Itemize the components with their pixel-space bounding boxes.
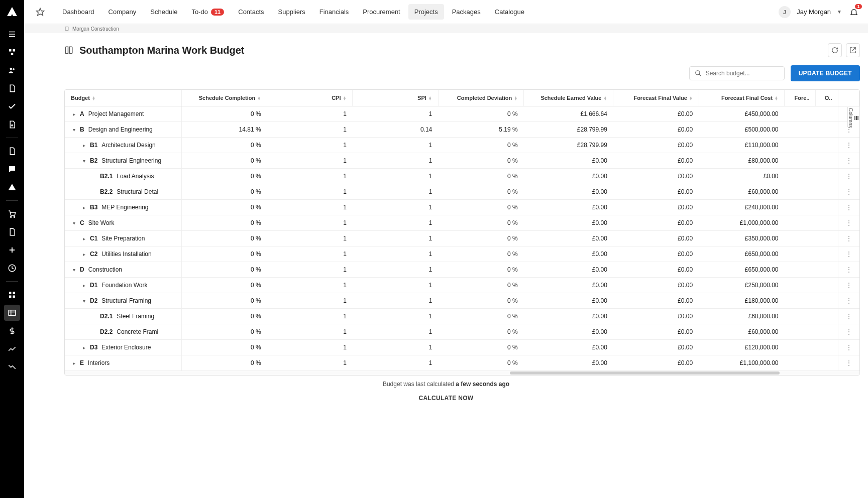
svg-rect-28 <box>856 116 857 120</box>
col-cpi[interactable]: CPI <box>332 95 341 101</box>
sort-icon[interactable]: ▲▼ <box>343 96 347 100</box>
user-avatar[interactable]: J <box>779 6 791 18</box>
columns-panel-toggle[interactable]: Columns <box>847 107 859 127</box>
row-menu[interactable]: ⋮ <box>838 200 859 215</box>
row-menu[interactable]: ⋮ <box>838 184 859 200</box>
sort-icon[interactable]: ▲▼ <box>603 96 607 100</box>
col-forecast-final-cost[interactable]: Forecast Final Cost <box>721 95 773 101</box>
tree-toggle[interactable]: ▾ <box>81 158 87 164</box>
cell-ffc: £80,000.00 <box>699 153 784 169</box>
user-name[interactable]: Jay Morgan <box>797 8 831 16</box>
cell-ffc: £650,000.00 <box>699 246 784 262</box>
tree-toggle[interactable]: ▸ <box>81 236 87 241</box>
nav-tab-schedule[interactable]: Schedule <box>144 4 183 20</box>
row-menu[interactable]: ⋮ <box>838 324 859 340</box>
row-menu[interactable]: ⋮ <box>838 138 859 153</box>
rail-plus-icon[interactable] <box>4 242 20 258</box>
row-menu[interactable]: ⋮ <box>838 278 859 293</box>
rail-comment-icon[interactable] <box>4 161 20 177</box>
col-schedule-completion[interactable]: Schedule Completion <box>199 95 255 101</box>
app-logo[interactable] <box>4 4 20 20</box>
rail-doc-icon[interactable] <box>4 80 20 96</box>
row-menu[interactable]: ⋮ <box>838 215 859 231</box>
row-menu[interactable]: ⋮ <box>838 153 859 169</box>
nav-tab-procurement[interactable]: Procurement <box>357 4 406 20</box>
nav-tab-financials[interactable]: Financials <box>313 4 355 20</box>
nav-tab-packages[interactable]: Packages <box>446 4 487 20</box>
update-budget-button[interactable]: UPDATE BUDGET <box>791 65 860 81</box>
nav-tab-catalogue[interactable]: Catalogue <box>489 4 530 20</box>
refresh-button[interactable] <box>828 43 842 57</box>
tree-toggle[interactable]: ▸ <box>81 345 87 350</box>
col-budget[interactable]: Budget <box>71 95 90 101</box>
rail-clock-icon[interactable] <box>4 260 20 276</box>
nav-tab-contacts[interactable]: Contacts <box>232 4 270 20</box>
row-menu[interactable]: ⋮ <box>838 246 859 262</box>
col-extra2[interactable]: O.. <box>825 95 832 101</box>
tree-toggle[interactable]: ▾ <box>71 127 77 133</box>
row-menu[interactable]: ⋮ <box>838 355 859 371</box>
cell-sc: 0 % <box>181 293 267 309</box>
rail-doc3-icon[interactable] <box>4 224 20 240</box>
rail-warning-icon[interactable] <box>4 179 20 195</box>
rail-cart-icon[interactable] <box>4 206 20 222</box>
sort-icon[interactable]: ▲▼ <box>257 96 261 100</box>
cell-sc: 0 % <box>181 200 267 215</box>
nav-tab-projects[interactable]: Projects <box>408 4 444 20</box>
tree-toggle[interactable]: ▸ <box>71 360 77 366</box>
col-completed-deviation[interactable]: Completed Deviation <box>457 95 512 101</box>
nav-tab-company[interactable]: Company <box>102 4 143 20</box>
col-forecast-final-value[interactable]: Forecast Final Value <box>633 95 687 101</box>
rail-org-icon[interactable] <box>4 44 20 60</box>
col-schedule-earned-value[interactable]: Schedule Earned Value <box>540 95 601 101</box>
rail-check-icon[interactable] <box>4 98 20 114</box>
calculate-now-button[interactable]: CALCULATE NOW <box>24 393 868 408</box>
rail-doc2-icon[interactable] <box>4 143 20 159</box>
tree-toggle[interactable]: ▸ <box>81 143 87 148</box>
sort-icon[interactable]: ▲▼ <box>689 96 693 100</box>
tree-toggle[interactable]: ▾ <box>71 267 77 273</box>
row-menu[interactable]: ⋮ <box>838 293 859 309</box>
sort-icon[interactable]: ▲▼ <box>92 96 95 100</box>
row-menu[interactable]: ⋮ <box>838 169 859 184</box>
chevron-down-icon[interactable]: ▼ <box>837 9 842 15</box>
sort-icon[interactable]: ▲▼ <box>775 96 778 100</box>
rail-table-icon[interactable] <box>4 305 20 321</box>
row-name: Project Management <box>88 110 144 117</box>
search-box[interactable] <box>689 66 785 80</box>
rail-trendup-icon[interactable] <box>4 341 20 357</box>
tree-toggle[interactable]: ▸ <box>81 283 87 288</box>
notifications-bell[interactable]: 1 <box>848 6 860 18</box>
tree-toggle[interactable]: ▾ <box>71 220 77 226</box>
cell-spi: 1 <box>353 169 438 184</box>
rail-trenddown-icon[interactable] <box>4 359 20 375</box>
row-menu[interactable]: ⋮ <box>838 340 859 355</box>
sort-icon[interactable]: ▲▼ <box>428 96 432 100</box>
breadcrumb-company[interactable]: Morgan Construction <box>72 26 119 32</box>
tree-toggle[interactable]: ▸ <box>81 205 87 210</box>
nav-tab-to-do[interactable]: To-do11 <box>185 4 230 20</box>
rail-people-icon[interactable] <box>4 62 20 78</box>
rail-list-icon[interactable] <box>4 26 20 42</box>
rail-newdoc-icon[interactable] <box>4 116 20 133</box>
row-menu[interactable]: ⋮ <box>838 309 859 324</box>
sort-icon[interactable]: ▲▼ <box>514 96 517 100</box>
nav-tab-suppliers[interactable]: Suppliers <box>272 4 311 20</box>
cell-ffv: £0.00 <box>613 262 699 278</box>
horizontal-scrollbar[interactable] <box>65 371 859 375</box>
nav-tab-dashboard[interactable]: Dashboard <box>56 4 100 20</box>
row-menu[interactable]: ⋮ <box>838 262 859 278</box>
col-extra1[interactable]: Fore.. <box>794 95 809 101</box>
rail-apps-icon[interactable] <box>4 287 20 303</box>
tree-toggle[interactable]: ▸ <box>71 111 77 117</box>
export-button[interactable] <box>846 43 860 57</box>
table-row: ▸EInteriors0 %110 %£0.00£0.00£1,100,000.… <box>65 355 859 371</box>
tree-toggle[interactable]: ▾ <box>81 298 87 304</box>
tree-toggle[interactable]: ▸ <box>81 252 87 257</box>
cell-cpi: 1 <box>267 184 353 200</box>
row-menu[interactable]: ⋮ <box>838 231 859 246</box>
search-input[interactable] <box>706 70 781 77</box>
rail-dollar-icon[interactable] <box>4 323 20 339</box>
col-spi[interactable]: SPI <box>417 95 426 101</box>
star-icon[interactable] <box>32 4 48 20</box>
